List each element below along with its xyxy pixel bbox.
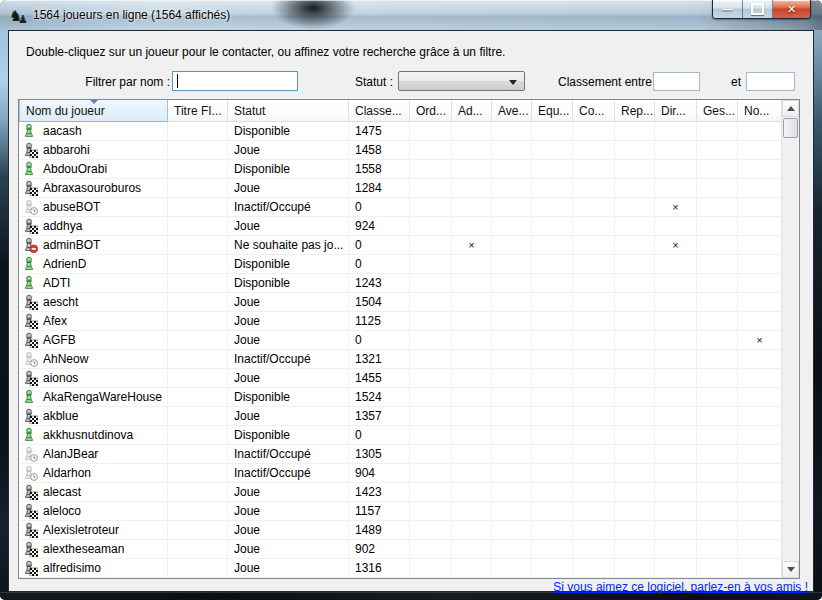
- flag-cell: [697, 179, 738, 198]
- flag-cell: [615, 350, 655, 369]
- column-header-2[interactable]: Statut: [228, 100, 349, 122]
- flag-cell: [655, 141, 697, 160]
- player-status-cell: Inactif/Occupé: [228, 198, 349, 217]
- table-row[interactable]: alfredisimoJoue1316: [19, 559, 782, 578]
- flag-cell: [410, 331, 452, 350]
- column-header-4[interactable]: Ord...: [410, 100, 452, 122]
- player-rating-cell: 1316: [349, 559, 410, 578]
- flag-cell: [573, 369, 615, 388]
- table-row[interactable]: aacashDisponible1475: [19, 122, 782, 141]
- flag-cell: [573, 407, 615, 426]
- table-row[interactable]: aionosJoue1455: [19, 369, 782, 388]
- table-row[interactable]: AbraxasouroburosJoue1284: [19, 179, 782, 198]
- table-row[interactable]: AfexJoue1125: [19, 312, 782, 331]
- vertical-scrollbar[interactable]: [781, 100, 799, 578]
- player-rating-cell: 1475: [349, 122, 410, 141]
- player-name: adminBOT: [43, 238, 100, 252]
- flag-cell: [615, 217, 655, 236]
- flag-cell: [738, 217, 782, 236]
- table-row[interactable]: AdrienDDisponible0: [19, 255, 782, 274]
- rating-max-input[interactable]: [746, 72, 795, 91]
- column-header-10[interactable]: Dir...: [655, 100, 697, 122]
- column-header-12[interactable]: No...: [738, 100, 782, 122]
- fide-title-cell: [168, 255, 228, 274]
- column-header-9[interactable]: Rep...: [615, 100, 655, 122]
- column-header-3[interactable]: Classe...: [349, 100, 410, 122]
- flag-cell: [738, 198, 782, 217]
- close-button[interactable]: ✕: [773, 0, 810, 18]
- status-dnd-icon: [22, 237, 38, 253]
- column-header-11[interactable]: Ges...: [697, 100, 738, 122]
- column-header-6[interactable]: Ave...: [492, 100, 532, 122]
- flag-cell: [452, 407, 492, 426]
- table-row[interactable]: addhyaJoue924: [19, 217, 782, 236]
- maximize-button[interactable]: [743, 0, 773, 18]
- flag-cell: [532, 179, 573, 198]
- flag-cell: [492, 179, 532, 198]
- table-row[interactable]: AbdouOrabiDisponible1558: [19, 160, 782, 179]
- flag-cell: [615, 293, 655, 312]
- players-window: ♞ ♟ 1564 joueurs en ligne (1564 affichés…: [0, 0, 822, 600]
- status-playing-icon: [22, 541, 38, 557]
- table-row[interactable]: AlexisletroteurJoue1489: [19, 521, 782, 540]
- flag-cell: [573, 217, 615, 236]
- flag-cell: [615, 483, 655, 502]
- table-row[interactable]: alextheseamanJoue902: [19, 540, 782, 559]
- column-header-1[interactable]: Titre FI...: [168, 100, 228, 122]
- title-bar[interactable]: ♞ ♟ 1564 joueurs en ligne (1564 affichés…: [0, 0, 822, 30]
- flag-cell: [452, 388, 492, 407]
- scroll-up-button[interactable]: [782, 100, 799, 117]
- table-row[interactable]: alelocoJoue1157: [19, 502, 782, 521]
- player-status-cell: Disponible: [228, 122, 349, 141]
- table-row[interactable]: akkhusnutdinovaDisponible0: [19, 426, 782, 445]
- flag-cell: [738, 502, 782, 521]
- flag-cell: [452, 198, 492, 217]
- table-row[interactable]: AlanJBearInactif/Occupé1305: [19, 445, 782, 464]
- flag-cell: [410, 179, 452, 198]
- flag-cell: [615, 407, 655, 426]
- scroll-down-button[interactable]: [782, 561, 799, 578]
- table-row[interactable]: AkaRengaWareHouseDisponible1524: [19, 388, 782, 407]
- dialog-client-area: Double-cliquez sur un joueur pour le con…: [8, 30, 814, 592]
- minimize-button[interactable]: —: [713, 0, 743, 18]
- status-playing-icon: [22, 408, 38, 424]
- table-row[interactable]: AGFBJoue0×: [19, 331, 782, 350]
- status-dropdown[interactable]: [398, 71, 525, 91]
- table-row[interactable]: abuseBOTInactif/Occupé0×: [19, 198, 782, 217]
- player-status-cell: Joue: [228, 483, 349, 502]
- flag-cell: [697, 293, 738, 312]
- table-row[interactable]: aeschtJoue1504: [19, 293, 782, 312]
- status-playing-icon: [22, 560, 38, 576]
- table-row[interactable]: alecastJoue1423: [19, 483, 782, 502]
- share-software-link[interactable]: Si vous aimez ce logiciel, parlez-en à v…: [553, 580, 808, 594]
- column-header-7[interactable]: Equ...: [532, 100, 573, 122]
- table-row[interactable]: AldarhonInactif/Occupé904: [19, 464, 782, 483]
- flag-cell: [573, 274, 615, 293]
- rating-min-input[interactable]: [653, 72, 700, 91]
- status-available-icon: [22, 123, 38, 139]
- flag-cell: [655, 350, 697, 369]
- status-available-icon: [22, 389, 38, 405]
- table-row[interactable]: AhNeowInactif/Occupé1321: [19, 350, 782, 369]
- table-row[interactable]: akblueJoue1357: [19, 407, 782, 426]
- column-header-8[interactable]: Co...: [573, 100, 615, 122]
- flag-cell: [573, 559, 615, 578]
- filter-name-input[interactable]: [172, 71, 298, 91]
- player-status-cell: Joue: [228, 331, 349, 350]
- flag-cell: [452, 255, 492, 274]
- flag-cell: [697, 388, 738, 407]
- player-rating-cell: 924: [349, 217, 410, 236]
- column-header-5[interactable]: Ad...: [452, 100, 492, 122]
- flag-cell: [615, 540, 655, 559]
- column-header-0[interactable]: Nom du joueur: [19, 100, 168, 122]
- scrollbar-thumb[interactable]: [783, 118, 798, 138]
- player-name: AhNeow: [43, 352, 88, 366]
- flag-cell: [492, 540, 532, 559]
- flag-cell: [697, 426, 738, 445]
- flag-cell: [492, 236, 532, 255]
- table-row[interactable]: ADTIDisponible1243: [19, 274, 782, 293]
- table-row[interactable]: adminBOTNe souhaite pas jo...0××: [19, 236, 782, 255]
- flag-cell: [615, 255, 655, 274]
- table-row[interactable]: abbarohiJoue1458: [19, 141, 782, 160]
- flag-cell: [452, 464, 492, 483]
